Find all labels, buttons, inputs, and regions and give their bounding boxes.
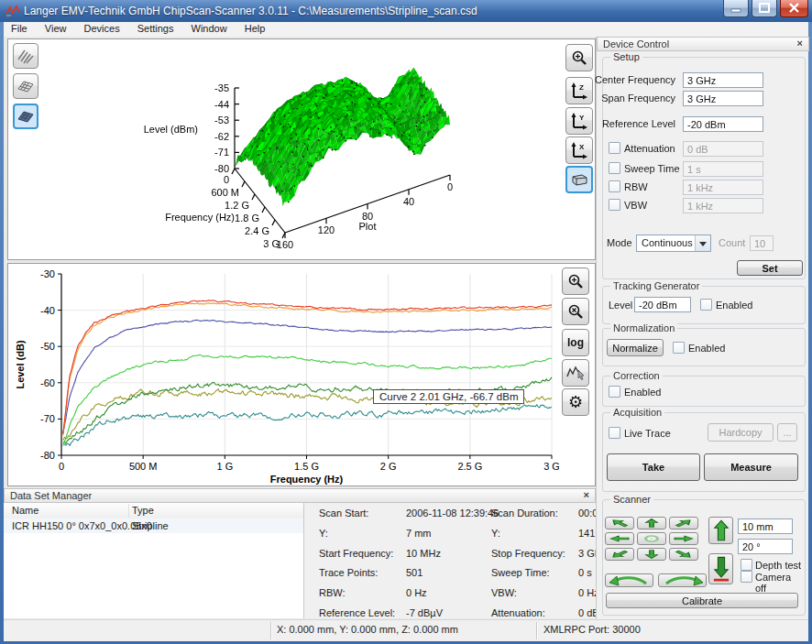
scan-info-panel: Scan Start: 2006-11-08 12:39:46 Scan Dur… [304,503,596,618]
column-divider[interactable] [128,504,129,518]
direction-arrow-icon [672,518,696,529]
svg-text:1.5 G: 1.5 G [294,461,319,472]
live-trace-checkbox[interactable] [609,427,620,439]
home-center-button[interactable] [637,532,666,545]
correction-enabled-checkbox[interactable] [609,386,620,398]
view-along-y-button[interactable]: Y [565,107,593,135]
scan-info-label: Trace Points: [319,567,406,587]
attenuation-checkbox[interactable] [609,142,620,154]
up-arrow-icon [713,518,730,542]
set-button[interactable]: Set [737,260,803,276]
log-scale-button[interactable]: log [562,329,589,356]
dataset-manager-close-icon[interactable]: × [584,489,589,500]
probe-up-button[interactable] [708,517,733,544]
svg-text:0: 0 [59,461,64,472]
move-down-left-button[interactable] [605,548,634,561]
status-separator [536,622,537,639]
rotate-ccw-button[interactable] [605,573,653,587]
zoom-reset-2d-button[interactable] [562,298,589,325]
menu-item-file[interactable]: File [4,22,35,37]
dataset-table: Name Type ICR HH150 0° 0x7x0_0x0.05x0 St… [4,503,304,618]
menu-item-settings[interactable]: Settings [130,22,181,37]
move-up-right-button[interactable] [669,517,698,529]
angle-step-field[interactable] [738,539,793,554]
close-button[interactable] [780,0,808,17]
zoom-in-2d-button[interactable] [562,267,589,295]
surface-style-solid-button[interactable] [13,104,38,129]
tracking-generator-group: Tracking Generator Level Enabled [602,286,806,324]
take-button[interactable]: Take [607,453,700,481]
svg-text:Z: Z [579,83,584,92]
reference-level-field[interactable] [683,116,763,132]
trace-picker-button[interactable] [562,359,589,387]
trace-picker-icon [566,365,585,381]
surface-plot-canvas[interactable] [50,41,573,259]
scan-info-label: VBW: [491,587,578,607]
camera-off-checkbox[interactable] [741,571,752,583]
minimize-button[interactable] [723,0,749,17]
scanner-group: Scanner [602,499,806,616]
surface-style-lines-button[interactable] [13,43,38,69]
column-header-name[interactable]: Name [12,505,38,516]
calibrate-button[interactable]: Calibrate [606,593,798,608]
move-left-button[interactable] [605,532,634,545]
axis-z-icon: Z [569,81,589,101]
menu-item-window[interactable]: Window [184,22,235,37]
svg-text:Y: Y [579,114,585,122]
measure-button[interactable]: Measure [704,453,798,481]
menu-item-view[interactable]: View [38,22,74,37]
magnifier-plus-icon [567,273,584,289]
sweep-time-checkbox[interactable] [609,162,620,174]
menu-item-devices[interactable]: Devices [77,22,127,37]
tracking-enabled-checkbox[interactable] [700,299,712,311]
move-up-left-button[interactable] [605,517,634,529]
table-row[interactable]: ICR HH150 0° 0x7x0_0x0.05x0 Stripline [4,518,303,533]
view-along-x-button[interactable]: X [565,136,593,164]
dataset-manager-header: Data Set Manager × [4,488,596,503]
status-separator [270,622,271,639]
device-control-close-icon[interactable]: × [797,38,803,49]
move-down-right-button[interactable] [669,548,698,561]
perspective-view-button[interactable] [565,166,593,193]
zoom-3d-button[interactable] [565,44,593,71]
lines-surface-icon [16,47,35,65]
menu-item-help[interactable]: Help [237,22,273,37]
move-down-button[interactable] [637,548,666,561]
level-vs-frequency-chart[interactable]: 0500 M1 G1.5 G2 G2.5 G3 G-30-40-50-60-70… [9,265,559,486]
move-right-button[interactable] [669,532,698,545]
svg-text:X: X [579,143,585,151]
center-frequency-label: Center Frequency [595,74,675,85]
tracking-level-field[interactable] [634,297,691,312]
rbw-checkbox[interactable] [609,180,620,192]
svg-text:-30: -30 [40,268,55,279]
direction-arrow-icon [608,518,631,529]
step-size-field[interactable] [738,518,793,534]
center-frequency-field[interactable] [683,72,763,88]
direction-arrow-icon [672,533,696,544]
normalization-enabled-checkbox[interactable] [673,342,685,354]
move-up-button[interactable] [637,517,666,529]
maximize-button[interactable] [752,0,777,17]
column-header-type[interactable]: Type [132,505,154,516]
solid-surface-icon [16,107,35,126]
surface-plot-panel: Z Y X [7,38,596,260]
attenuation-label: Attenuation [624,143,675,154]
normalization-enabled-label: Enabled [688,343,725,354]
status-bar: X: 0.000 mm, Y: 0.000 mm, Z: 0.000 mm XM… [4,619,808,641]
plot-settings-button[interactable]: ⚙ [562,388,589,416]
window-title: Langer EMV-Technik GmbH ChipScan-Scanner… [24,5,477,17]
svg-text:2 G: 2 G [380,461,397,472]
rotate-cw-button[interactable] [658,573,707,587]
scan-info-value: 2006-11-08 12:39:46 [406,508,491,528]
vbw-checkbox[interactable] [609,199,620,211]
normalize-button[interactable]: Normalize [607,339,664,356]
span-frequency-field[interactable] [683,91,763,106]
scan-info-label: RBW: [319,587,406,607]
depth-test-checkbox[interactable] [741,559,752,571]
mode-dropdown[interactable]: Continuous [636,235,711,252]
view-along-z-button[interactable]: Z [565,77,593,104]
normalization-label: Normalization [610,322,677,333]
surface-style-mesh-button[interactable] [13,73,38,99]
probe-down-button[interactable] [708,553,733,584]
spectrum-plot-panel: 0500 M1 G1.5 G2 G2.5 G3 G-30-40-50-60-70… [7,263,596,486]
